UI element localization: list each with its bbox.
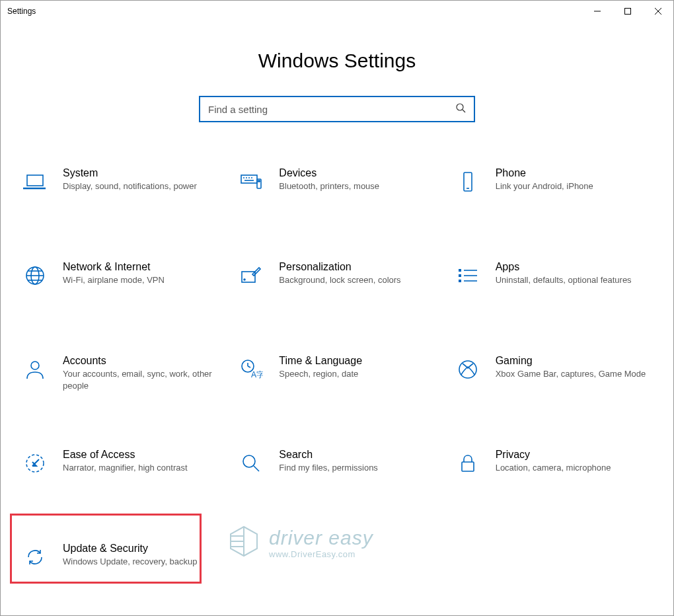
- phone-icon: [453, 167, 482, 196]
- maximize-button[interactable]: [613, 1, 643, 22]
- tile-apps[interactable]: Apps Uninstall, defaults, optional featu…: [451, 258, 656, 305]
- svg-rect-40: [462, 462, 474, 471]
- tile-gaming[interactable]: Gaming Xbox Game Bar, captures, Game Mod…: [451, 352, 656, 399]
- search-container: [1, 96, 673, 122]
- search-icon: [455, 102, 466, 116]
- tile-devices[interactable]: Devices Bluetooth, printers, mouse: [234, 165, 439, 211]
- person-icon: [20, 355, 50, 384]
- tile-title: Search: [279, 449, 430, 461]
- refresh-icon: [20, 543, 50, 572]
- tile-desc: Wi-Fi, airplane mode, VPN: [63, 274, 214, 286]
- svg-line-39: [254, 466, 259, 471]
- svg-point-36: [459, 361, 476, 378]
- tile-title: Accounts: [63, 355, 214, 367]
- tile-desc: Background, lock screen, colors: [279, 274, 430, 286]
- tile-accounts[interactable]: Accounts Your accounts, email, sync, wor…: [18, 352, 223, 399]
- tile-network[interactable]: Network & Internet Wi-Fi, airplane mode,…: [18, 258, 223, 305]
- titlebar: Settings: [1, 1, 673, 22]
- tile-title: Gaming: [496, 355, 647, 367]
- svg-point-24: [244, 279, 245, 280]
- close-button[interactable]: [643, 1, 673, 22]
- tile-search[interactable]: Search Find my files, permissions: [234, 446, 439, 492]
- ease-access-icon: [20, 449, 50, 478]
- tile-desc: Your accounts, email, sync, work, other …: [63, 368, 214, 391]
- tile-phone[interactable]: Phone Link your Android, iPhone: [451, 165, 656, 211]
- tile-desc: Narrator, magnifier, high contrast: [63, 462, 214, 474]
- keyboard-icon: [237, 167, 266, 196]
- tile-title: Personalization: [279, 261, 430, 273]
- lock-icon: [453, 449, 482, 478]
- tile-desc: Windows Update, recovery, backup: [63, 556, 214, 568]
- svg-point-4: [457, 104, 463, 110]
- tile-update-security[interactable]: Update & Security Windows Update, recove…: [18, 540, 223, 586]
- tile-title: Network & Internet: [63, 261, 214, 273]
- svg-point-31: [31, 362, 39, 369]
- svg-line-5: [463, 110, 465, 112]
- tile-title: Devices: [279, 167, 430, 179]
- tile-desc: Bluetooth, printers, mouse: [279, 180, 430, 192]
- svg-line-34: [248, 366, 250, 367]
- tile-title: Phone: [496, 167, 647, 179]
- tile-desc: Location, camera, microphone: [496, 462, 647, 474]
- tile-privacy[interactable]: Privacy Location, camera, microphone: [451, 446, 656, 492]
- tile-desc: Uninstall, defaults, optional features: [496, 274, 647, 286]
- svg-rect-29: [459, 280, 461, 282]
- maximize-icon: [624, 8, 631, 15]
- tile-desc: Display, sound, notifications, power: [63, 180, 214, 192]
- svg-rect-25: [459, 269, 461, 272]
- tile-time-language[interactable]: A字 Time & Language Speech, region, date: [234, 352, 439, 399]
- laptop-icon: [20, 167, 50, 196]
- tile-title: System: [63, 167, 214, 179]
- minimize-icon: [594, 8, 601, 15]
- close-icon: [655, 8, 661, 15]
- time-language-icon: A字: [237, 355, 266, 384]
- tile-title: Time & Language: [279, 355, 430, 367]
- globe-icon: [20, 261, 50, 290]
- xbox-icon: [453, 355, 482, 384]
- list-icon: [453, 261, 482, 290]
- window-title: Settings: [7, 7, 36, 16]
- tile-ease-of-access[interactable]: Ease of Access Narrator, magnifier, high…: [18, 446, 223, 492]
- tile-title: Apps: [496, 261, 647, 273]
- tile-desc: Link your Android, iPhone: [496, 180, 647, 192]
- minimize-button[interactable]: [582, 1, 613, 22]
- svg-rect-1: [625, 9, 631, 15]
- search-category-icon: [237, 449, 266, 478]
- svg-rect-6: [27, 175, 43, 186]
- search-input[interactable]: [208, 104, 455, 115]
- svg-point-15: [258, 180, 260, 182]
- svg-point-38: [243, 455, 255, 467]
- tile-personalization[interactable]: Personalization Background, lock screen,…: [234, 258, 439, 305]
- page-title: Windows Settings: [1, 50, 673, 72]
- tile-desc: Xbox Game Bar, captures, Game Mode: [496, 368, 647, 380]
- tile-title: Privacy: [496, 449, 647, 461]
- search-box[interactable]: [199, 96, 475, 122]
- svg-rect-8: [241, 175, 257, 183]
- tile-desc: Speech, region, date: [279, 368, 430, 380]
- tile-system[interactable]: System Display, sound, notifications, po…: [18, 165, 223, 211]
- tile-title: Ease of Access: [63, 449, 214, 461]
- svg-rect-27: [459, 274, 461, 277]
- window-controls: [582, 1, 673, 22]
- settings-grid: System Display, sound, notifications, po…: [1, 165, 673, 586]
- paintbrush-icon: [237, 261, 266, 290]
- svg-text:A字: A字: [251, 370, 263, 379]
- tile-desc: Find my files, permissions: [279, 462, 430, 474]
- tile-title: Update & Security: [63, 543, 214, 555]
